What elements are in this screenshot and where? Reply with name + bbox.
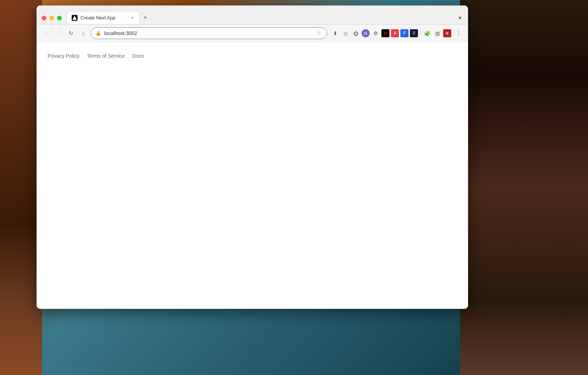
circle-extension-icon[interactable]: ◎: [341, 29, 350, 38]
docs-link[interactable]: Docs: [132, 53, 144, 59]
nav-bar: ← → ↻ ⌂ 🔒 ☆ ⬇ ◎ ⏻ G ⚙ N A F S: [37, 24, 468, 42]
extensions-area: ⬇ ◎ ⏻ G ⚙ N A F S 🧩 ▥ ⛨: [331, 29, 451, 38]
browser-window: Create Next App × + ▾ ← → ↻ ⌂ 🔒 ☆: [37, 5, 468, 309]
window-controls: [37, 16, 67, 24]
red-a-extension-icon[interactable]: A: [391, 29, 399, 37]
title-bar: Create Next App × + ▾: [37, 5, 468, 24]
terms-of-service-link[interactable]: Terms of Service: [87, 53, 125, 59]
sidebar-button[interactable]: ▥: [433, 29, 442, 38]
gear-extension-icon[interactable]: ⚙: [371, 29, 380, 38]
home-icon: ⌂: [82, 30, 85, 36]
power-extension-icon[interactable]: ⏻: [351, 29, 360, 38]
refresh-icon: ↻: [69, 30, 74, 37]
dark-s-extension-icon[interactable]: S: [410, 29, 418, 37]
refresh-button[interactable]: ↻: [66, 28, 76, 38]
tab-dropdown-button[interactable]: ▾: [455, 12, 465, 23]
close-button[interactable]: [42, 16, 46, 20]
back-icon: ←: [44, 30, 49, 36]
star-icon: ☆: [316, 30, 321, 37]
browser-menu-button[interactable]: ⋮: [453, 28, 464, 38]
url-input[interactable]: [104, 30, 312, 36]
extensions-button[interactable]: 🧩: [423, 29, 431, 38]
security-icon: 🔒: [95, 30, 101, 36]
forward-button[interactable]: →: [53, 28, 64, 38]
tab-close-button[interactable]: ×: [129, 15, 135, 21]
shield-extension-icon[interactable]: ⛨: [443, 29, 451, 37]
page-navigation: Privacy Policy Terms of Service Docs: [48, 49, 457, 62]
blue-f-extension-icon[interactable]: F: [400, 29, 408, 37]
maximize-button[interactable]: [57, 16, 62, 20]
new-tab-button[interactable]: +: [140, 12, 150, 23]
n-extension-icon[interactable]: N: [381, 29, 389, 37]
forward-icon: →: [56, 30, 61, 36]
download-extension-icon[interactable]: ⬇: [331, 29, 340, 38]
tab-title: Create Next App: [80, 15, 127, 20]
bookmark-button[interactable]: ☆: [315, 30, 323, 37]
tab-favicon: [72, 15, 78, 21]
back-button[interactable]: ←: [41, 28, 51, 38]
address-bar[interactable]: 🔒 ☆: [91, 27, 327, 39]
active-tab[interactable]: Create Next App ×: [67, 11, 140, 24]
home-button[interactable]: ⌂: [78, 28, 88, 38]
privacy-policy-link[interactable]: Privacy Policy: [48, 53, 79, 59]
minimize-button[interactable]: [49, 16, 54, 20]
tabs-area: Create Next App × + ▾: [67, 11, 468, 24]
page-content: Privacy Policy Terms of Service Docs: [37, 42, 468, 309]
toolbar-separator: [420, 30, 421, 37]
purple-g-extension-icon[interactable]: G: [362, 29, 370, 37]
